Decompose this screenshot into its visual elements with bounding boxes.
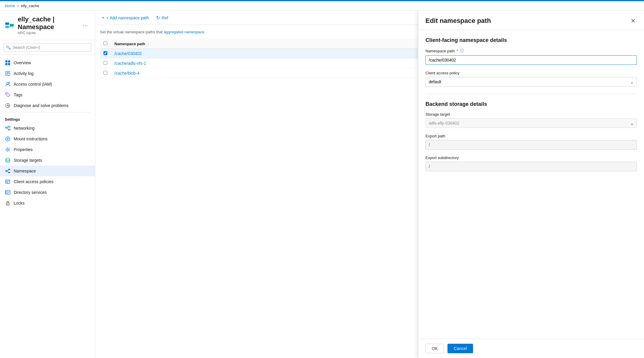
- breadcrumb-current: elly_cache: [21, 4, 39, 8]
- client-access-policy-group: Client access policy default custom ⌄: [425, 71, 637, 87]
- namespace-path-label-text: Namespace path: [425, 49, 455, 53]
- svg-rect-19: [8, 129, 10, 130]
- sidebar-item-label: Storage targets: [14, 158, 42, 163]
- storage-targets-icon: [5, 157, 11, 163]
- svg-rect-6: [8, 60, 10, 62]
- client-section-title: Client-facing namespace details: [425, 37, 637, 43]
- activity-log-icon: [5, 70, 11, 76]
- search-wrapper: 🔍: [4, 43, 91, 52]
- namespace-path-input[interactable]: [425, 55, 637, 65]
- namespace-path-header-label: Namespace path: [114, 42, 145, 46]
- properties-icon: [5, 147, 11, 153]
- sidebar-item-label: Properties: [14, 147, 33, 152]
- sidebar-item-activity-log[interactable]: Activity log: [0, 68, 95, 79]
- export-path-group: Export path: [425, 134, 637, 150]
- panel-title: Edit namespace path: [425, 17, 491, 25]
- svg-point-13: [7, 82, 9, 84]
- more-options-button[interactable]: ···: [80, 21, 90, 30]
- svg-rect-37: [6, 191, 7, 193]
- cancel-button[interactable]: Cancel: [447, 344, 473, 353]
- sidebar-header: elly_cache | Namespace HPC cache ···: [0, 11, 95, 40]
- svg-rect-2: [10, 24, 14, 26]
- overview-icon: [5, 60, 11, 66]
- svg-rect-7: [5, 63, 7, 65]
- row3-checkbox-cell: [100, 68, 111, 78]
- panel-close-button[interactable]: ✕: [629, 17, 637, 25]
- refresh-label: Ref: [162, 15, 168, 20]
- select-all-checkbox[interactable]: [103, 41, 107, 45]
- search-icon: 🔍: [6, 45, 11, 50]
- storage-target-label: Storage target: [425, 112, 637, 117]
- sidebar-search-area: 🔍: [0, 40, 95, 55]
- svg-line-4: [9, 26, 10, 27]
- refresh-button[interactable]: ↻ Ref: [154, 14, 170, 22]
- networking-icon: [5, 125, 11, 131]
- export-subdirectory-group: Export subdirectory: [425, 156, 637, 171]
- add-namespace-path-button[interactable]: + + Add namespace path: [100, 14, 151, 22]
- sidebar-item-tags[interactable]: Tags: [0, 90, 95, 100]
- sidebar-item-overview[interactable]: Overview: [0, 57, 95, 68]
- settings-divider: [5, 112, 90, 112]
- row2-checkbox-cell: [100, 59, 111, 68]
- edit-namespace-panel: Edit namespace path ✕ Client-facing name…: [418, 11, 644, 358]
- sidebar-item-directory-services[interactable]: Directory services: [0, 187, 95, 198]
- client-access-icon: [5, 179, 11, 185]
- svg-point-14: [9, 82, 10, 84]
- ok-button[interactable]: OK: [425, 344, 444, 353]
- row1-checkbox-cell: [100, 49, 111, 59]
- row1-checkbox[interactable]: [103, 51, 107, 55]
- add-icon: +: [102, 15, 104, 21]
- svg-rect-8: [8, 63, 10, 65]
- row3-checkbox[interactable]: [103, 71, 107, 75]
- sidebar-item-label: Locks: [14, 201, 25, 205]
- sidebar-item-iam[interactable]: Access control (IAM): [0, 79, 95, 90]
- tags-icon: [5, 92, 11, 98]
- panel-footer: OK Cancel: [418, 339, 644, 358]
- add-namespace-label: + Add namespace path: [106, 15, 149, 20]
- svg-rect-27: [5, 170, 7, 172]
- sidebar-item-client-access[interactable]: Client access policies: [0, 176, 95, 187]
- select-all-header: [100, 39, 111, 49]
- sidebar-item-label: Overview: [14, 60, 31, 65]
- sidebar-item-label: Directory services: [14, 190, 47, 195]
- svg-rect-5: [5, 60, 7, 62]
- sidebar-item-locks[interactable]: Locks: [0, 198, 95, 208]
- mount-icon: [5, 136, 11, 142]
- required-indicator: *: [456, 48, 458, 53]
- description-text: Set the virtual namespace paths that: [100, 30, 163, 34]
- refresh-icon: ↻: [156, 15, 160, 21]
- client-access-policy-select[interactable]: default custom: [425, 77, 637, 87]
- sidebar-item-storage-targets[interactable]: Storage targets: [0, 155, 95, 166]
- sidebar-item-mount-instructions[interactable]: Mount instructions: [0, 134, 95, 144]
- sidebar-item-label: Diagnose and solve problems: [14, 103, 68, 108]
- client-access-policy-label: Client access policy: [425, 71, 637, 75]
- section-separator: [425, 94, 637, 94]
- sidebar-item-namespace[interactable]: Namespace: [0, 166, 95, 176]
- sidebar-item-networking[interactable]: Networking: [0, 123, 95, 134]
- backend-section-title: Backend storage details: [425, 101, 637, 107]
- search-input[interactable]: [4, 43, 91, 52]
- directory-services-icon: [5, 189, 11, 195]
- sidebar-item-label: Networking: [14, 126, 34, 131]
- sidebar-item-label: Activity log: [14, 71, 34, 76]
- svg-rect-18: [8, 126, 10, 127]
- sidebar-item-properties[interactable]: Properties: [0, 144, 95, 155]
- svg-rect-17: [5, 127, 7, 128]
- sidebar-item-label: Tags: [14, 92, 23, 97]
- sidebar-item-diagnose[interactable]: Diagnose and solve problems: [0, 100, 95, 111]
- svg-line-3: [9, 23, 10, 24]
- main-content: + + Add namespace path ↻ Ref Set the vir…: [95, 11, 644, 358]
- namespace-path-label: Namespace path * ⓘ: [425, 48, 637, 54]
- resource-title-bar: elly_cache | Namespace HPC cache ···: [5, 15, 90, 35]
- svg-point-26: [6, 158, 10, 160]
- breadcrumb-separator: >: [17, 4, 19, 8]
- row2-checkbox[interactable]: [103, 61, 107, 65]
- aggregated-namespace-link[interactable]: aggregated namespace: [164, 30, 205, 34]
- export-path-label: Export path: [425, 134, 637, 138]
- sort-icon: ↕: [147, 42, 149, 46]
- breadcrumb-home[interactable]: Home: [5, 4, 15, 8]
- info-icon[interactable]: ⓘ: [460, 48, 464, 54]
- sidebar-item-label: Mount instructions: [14, 136, 48, 141]
- storage-target-label-text: Storage target: [425, 112, 450, 117]
- export-subdirectory-input: [425, 162, 637, 171]
